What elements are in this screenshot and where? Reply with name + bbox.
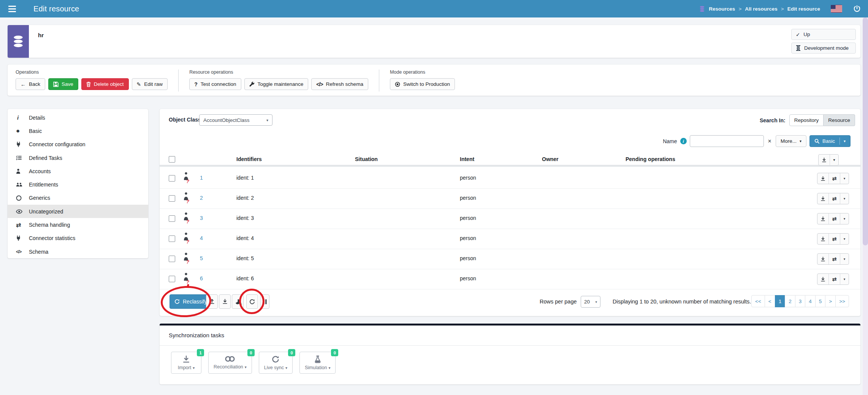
sidebar-item-connector-statistics[interactable]: Connector statistics [8, 232, 148, 245]
exchange-icon[interactable]: ⇄ [829, 254, 840, 264]
lifecycle-badge-label: Development mode [804, 45, 849, 51]
import-preview-icon[interactable] [817, 274, 829, 284]
download-icon[interactable] [819, 155, 830, 165]
import-preview-icon[interactable] [817, 254, 829, 264]
open-circle-icon [16, 195, 25, 201]
test-connection-button[interactable]: ? Test connection [189, 78, 241, 90]
download-button[interactable] [219, 294, 231, 309]
table-export-buttons: ▾ [818, 154, 839, 166]
select-all-checkbox[interactable] [169, 156, 175, 163]
import-preview-icon[interactable] [817, 234, 829, 244]
sidebar-item-uncategorized[interactable]: Uncategorized [8, 205, 148, 218]
row-id-link[interactable]: 3 [200, 215, 203, 221]
column-header-intent[interactable]: Intent [460, 156, 474, 162]
column-header-pending[interactable]: Pending operations [626, 156, 675, 162]
column-header-owner[interactable]: Owner [542, 156, 559, 162]
pause-refresh-button[interactable] [260, 294, 269, 309]
refresh-table-button[interactable] [246, 294, 258, 309]
object-class-value: AccountObjectClass [203, 117, 250, 123]
logout-power-icon[interactable] [853, 5, 861, 13]
column-header-situation[interactable]: Situation [355, 156, 378, 162]
hamburger-menu-icon[interactable] [8, 4, 18, 14]
import-task-button[interactable]: 1 Import▾ [171, 352, 201, 374]
table-row: ? 5 ident: 5 person ⇄ ▾ [160, 249, 860, 269]
upload-button[interactable] [206, 294, 218, 309]
row-id-link[interactable]: 5 [200, 255, 203, 261]
exchange-icon[interactable]: ⇄ [829, 274, 840, 284]
back-button[interactable]: ← Back [16, 78, 45, 90]
live-sync-task-button[interactable]: 0 Live sync▾ [259, 352, 293, 374]
import-preview-icon[interactable] [817, 173, 829, 184]
row-id-link[interactable]: 6 [200, 275, 203, 281]
row-checkbox[interactable] [169, 276, 175, 282]
exchange-icon[interactable]: ⇄ [829, 234, 840, 244]
import-preview-icon[interactable] [817, 213, 829, 224]
breadcrumb-item[interactable]: All resources [745, 6, 778, 12]
breadcrumb-item[interactable]: Resources [709, 6, 735, 12]
row-checkbox[interactable] [169, 195, 175, 202]
sidebar-item-schema-handling[interactable]: ⇄ Schema handling [8, 218, 148, 231]
save-button[interactable]: Save [48, 78, 78, 90]
exchange-icon[interactable]: ⇄ [829, 213, 840, 224]
chevron-down-icon[interactable]: ▾ [840, 173, 849, 184]
more-filters-button[interactable]: More... ▾ [776, 135, 806, 147]
sidebar-item-entitlements[interactable]: Entitlements [8, 178, 148, 191]
sidebar-item-connector-configuration[interactable]: Connector configuration [8, 138, 148, 151]
clear-search-icon[interactable]: × [767, 138, 773, 145]
pagination-page-1[interactable]: 1 [775, 295, 786, 307]
search-in-resource-button[interactable]: Resource [824, 114, 855, 126]
basic-search-button[interactable]: Basic ▾ [809, 135, 851, 147]
edit-raw-button[interactable]: ✎ Edit raw [132, 78, 168, 90]
sidebar-item-basic[interactable]: ● Basic [8, 124, 148, 137]
row-id-link[interactable]: 4 [200, 235, 203, 241]
pagination-page-5[interactable]: 5 [815, 295, 826, 307]
chevron-down-icon[interactable]: ▾ [844, 139, 846, 143]
create-report-button[interactable]: + [232, 294, 244, 309]
row-id-link[interactable]: 1 [200, 175, 203, 181]
row-checkbox[interactable] [169, 235, 175, 242]
pagination-next[interactable]: > [825, 295, 836, 307]
pagination-page-2[interactable]: 2 [785, 295, 795, 307]
import-preview-icon[interactable] [817, 193, 829, 204]
exchange-icon[interactable]: ⇄ [829, 193, 840, 204]
exchange-icon[interactable]: ⇄ [829, 173, 840, 184]
refresh-schema-button[interactable]: </> Refresh schema [311, 78, 368, 90]
pagination-page-4[interactable]: 4 [805, 295, 816, 307]
sidebar-item-defined-tasks[interactable]: Defined Tasks [8, 151, 148, 164]
chevron-down-icon[interactable]: ▾ [840, 213, 849, 224]
reconciliation-task-button[interactable]: 0 Reconciliation▾ [208, 352, 252, 374]
pagination-first[interactable]: << [751, 295, 765, 307]
object-class-select[interactable]: AccountObjectClass ▾ [199, 114, 272, 126]
scrollbar-thumb[interactable] [863, 17, 868, 245]
name-search-input[interactable] [690, 135, 764, 147]
chevron-down-icon[interactable]: ▾ [830, 155, 838, 165]
row-id-link[interactable]: 2 [200, 195, 203, 201]
chevron-down-icon[interactable]: ▾ [840, 234, 849, 244]
unknown-situation-icon: ? [186, 219, 189, 224]
sidebar-item-details[interactable]: i Details [8, 111, 148, 124]
sidebar-item-accounts[interactable]: Accounts [8, 164, 148, 178]
sidebar-item-schema[interactable]: </> Schema [8, 245, 148, 258]
row-checkbox[interactable] [169, 256, 175, 262]
row-checkbox[interactable] [169, 215, 175, 222]
chevron-down-icon[interactable]: ▾ [840, 193, 849, 204]
pagination-last[interactable]: >> [835, 295, 849, 307]
refresh-icon [249, 299, 255, 305]
chevron-down-icon[interactable]: ▾ [840, 254, 849, 264]
row-checkbox[interactable] [169, 175, 175, 182]
row-identifier: ident: 6 [236, 275, 254, 281]
simulation-task-button[interactable]: 0 Simulation▾ [299, 352, 336, 374]
switch-to-production-button[interactable]: Switch to Production [390, 78, 455, 90]
chevron-down-icon: ▾ [595, 300, 597, 304]
pagination-prev[interactable]: < [765, 295, 775, 307]
search-in-repository-button[interactable]: Repository [789, 114, 824, 126]
pagination-page-3[interactable]: 3 [795, 295, 806, 307]
chevron-down-icon[interactable]: ▾ [840, 274, 849, 284]
column-header-identifiers[interactable]: Identifiers [236, 156, 262, 162]
rows-per-page-select[interactable]: 20 ▾ [581, 296, 600, 308]
sidebar-item-generics[interactable]: Generics [8, 191, 148, 205]
delete-object-button[interactable]: Delete object [81, 78, 129, 90]
toggle-maintenance-button[interactable]: Toggle maintenance [244, 78, 309, 90]
breadcrumb-separator: > [738, 6, 741, 12]
language-flag-us-icon[interactable] [831, 5, 842, 13]
